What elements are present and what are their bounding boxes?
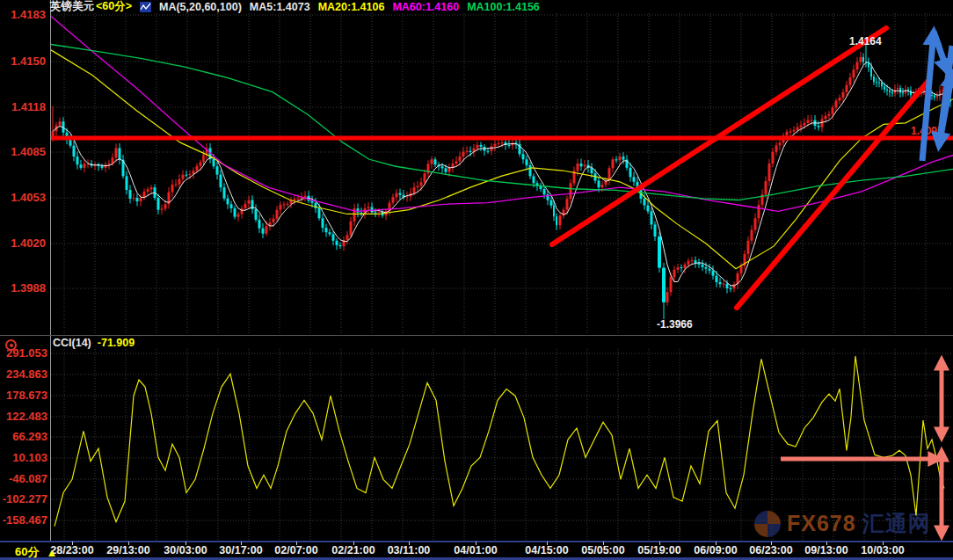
time-axis-tick xyxy=(72,542,73,545)
chart-icon xyxy=(140,2,151,12)
time-axis-tick xyxy=(476,542,476,545)
cci-axis-label: -102.277 xyxy=(0,492,47,505)
cci-axis-label: -158.467 xyxy=(0,513,47,527)
swing-high-label: 1.4164 xyxy=(849,35,882,47)
time-axis-tick xyxy=(547,542,548,545)
price-axis-label: 1.4150 xyxy=(2,55,46,68)
blue-annotation-arrow xyxy=(934,32,948,72)
cci-axis-label: 66.293 xyxy=(0,430,47,443)
time-axis-label: 10/03:00 xyxy=(861,544,904,556)
time-axis-tick xyxy=(296,542,297,545)
cci-axis-label: 10.103 xyxy=(0,451,47,464)
time-axis-tick xyxy=(241,542,242,545)
time-axis-label: 06/23:00 xyxy=(749,544,792,556)
indicator-dot-icon[interactable] xyxy=(5,339,17,351)
time-axis-tick xyxy=(883,542,884,545)
ma-settings-label: MA(5,20,60,100) xyxy=(159,1,242,13)
time-axis-label: 30/17:00 xyxy=(219,544,262,556)
period-label: <60分> xyxy=(96,0,132,14)
period-tab[interactable]: 60分 xyxy=(15,544,39,560)
ma20-value: MA20:1.4106 xyxy=(318,1,385,13)
time-axis-tick xyxy=(716,542,717,545)
time-axis-tick xyxy=(771,542,772,545)
time-axis-tick xyxy=(186,542,186,545)
ma60-value: MA60:1.4160 xyxy=(392,1,459,13)
time-axis-tick xyxy=(826,542,827,545)
time-axis-label: 03/11:00 xyxy=(388,544,431,556)
price-axis-label: 1.4053 xyxy=(2,191,46,204)
symbol-label: 英镑美元 xyxy=(50,0,94,14)
ma5-value: MA5:1.4073 xyxy=(250,1,310,13)
screen: FX678 汇通网 1.40951.4164-1.3966 英镑美元 <60分>… xyxy=(0,0,953,560)
up-triangle-icon: ▲ xyxy=(46,546,57,559)
time-axis-tick xyxy=(128,542,129,545)
ma100-value: MA100:1.4156 xyxy=(467,1,540,13)
cci-header: CCI(14) -71.909 xyxy=(53,337,135,349)
cci-axis-label: 122.483 xyxy=(0,410,47,423)
time-axis-tick xyxy=(353,542,354,545)
cci-indicator-label: CCI(14) xyxy=(53,337,91,349)
time-axis-label: 02/07:00 xyxy=(274,544,317,556)
cci-axis-label: 234.863 xyxy=(0,367,47,381)
price-axis-label: 1.4020 xyxy=(2,236,46,250)
time-axis-label: 05/05:00 xyxy=(581,544,624,556)
time-axis-divider xyxy=(0,541,953,542)
price-axis-label: 1.4085 xyxy=(2,145,46,158)
price-axis-label: 1.4183 xyxy=(2,8,46,21)
cci-axis-label: 178.673 xyxy=(0,389,47,402)
time-axis-label: 29/13:00 xyxy=(106,544,149,556)
time-axis-tick xyxy=(659,542,660,545)
time-axis-label: 04/15:00 xyxy=(525,544,568,556)
time-axis-tick xyxy=(409,542,410,545)
price-axis-label: 1.4118 xyxy=(2,100,46,113)
time-axis-label: 30/03:00 xyxy=(164,544,207,556)
chart-canvas[interactable]: 1.40951.4164-1.3966 xyxy=(0,0,953,560)
bottom-bar: 60分 ▲ xyxy=(15,544,57,560)
cci-axis-label: -46.087 xyxy=(0,472,47,485)
panel-divider xyxy=(0,335,953,336)
chart-header: 英镑美元 <60分> MA(5,20,60,100) MA5:1.4073 MA… xyxy=(50,0,540,13)
time-axis-label: 05/19:00 xyxy=(637,544,680,556)
cci-value: -71.909 xyxy=(98,337,135,349)
time-axis-label: 06/09:00 xyxy=(694,544,737,556)
time-axis-tick xyxy=(603,542,604,545)
time-axis-label: 02/21:00 xyxy=(331,544,375,556)
time-axis-label: 04/01:00 xyxy=(454,544,497,556)
time-axis-label: 09/13:00 xyxy=(804,544,848,556)
price-axis-label: 1.3988 xyxy=(2,281,46,295)
swing-low-label: -1.3966 xyxy=(657,318,693,331)
